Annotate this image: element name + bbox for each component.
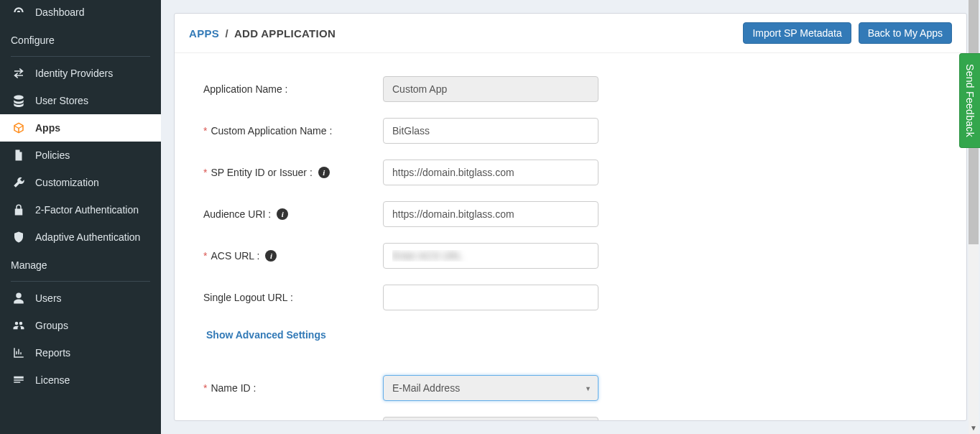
label-single-logout-url: Single Logout URL : (203, 292, 383, 303)
user-icon (11, 292, 27, 305)
chart-icon (11, 346, 27, 359)
nav-item-2fa[interactable]: 2-Factor Authentication (0, 196, 161, 223)
nav-item-apps[interactable]: Apps (0, 114, 161, 142)
import-sp-metadata-button[interactable]: Import SP Metadata (743, 22, 851, 44)
label-name-id: * Name ID : (203, 382, 383, 394)
nav-item-users[interactable]: Users (0, 285, 161, 312)
row-acs-url: * ACS URL : (203, 243, 938, 269)
breadcrumb-apps[interactable]: APPS (189, 27, 219, 40)
row-sp-entity-id: * SP Entity ID or Issuer : (203, 160, 938, 185)
sidebar-divider (11, 281, 150, 282)
breadcrumb: APPS / ADD APPLICATION (189, 27, 336, 40)
label-custom-app-name: * Custom Application Name : (203, 125, 383, 137)
swap-icon (11, 67, 27, 80)
nav-item-user-stores[interactable]: User Stores (0, 87, 161, 114)
name-id-select[interactable] (383, 375, 598, 401)
back-to-my-apps-button[interactable]: Back to My Apps (859, 22, 952, 44)
send-feedback-tab[interactable]: Send Feedback (959, 53, 980, 148)
content-wrap: APPS / ADD APPLICATION Import SP Metadat… (161, 0, 980, 434)
nav-item-label: Users (35, 292, 62, 304)
sidebar-section-configure: Configure (0, 26, 161, 55)
label-text: Application Name : (203, 83, 288, 95)
scrollbar-down-arrow[interactable]: ▼ (970, 424, 977, 431)
nav-item-label: 2-Factor Authentication (35, 204, 139, 216)
header-buttons: Import SP Metadata Back to My Apps (743, 22, 952, 44)
document-icon (11, 149, 27, 162)
label-text: Custom Application Name : (211, 125, 332, 137)
wrench-icon (11, 176, 27, 189)
nav-item-label: Customization (35, 177, 99, 188)
sidebar-section-manage: Manage (0, 251, 161, 280)
nameid-format-select[interactable] (383, 417, 598, 420)
main: APPS / ADD APPLICATION Import SP Metadat… (161, 0, 980, 434)
nav-item-policies[interactable]: Policies (0, 142, 161, 169)
nav-item-reports[interactable]: Reports (0, 339, 161, 366)
database-icon (11, 94, 27, 107)
nav-item-label: Groups (35, 320, 68, 331)
license-icon (11, 374, 27, 387)
dashboard-icon (11, 6, 27, 19)
nav-item-label: License (35, 374, 70, 386)
label-text: ACS URL : (211, 250, 259, 262)
row-single-logout-url: Single Logout URL : (203, 285, 938, 310)
single-logout-url-input[interactable] (383, 285, 598, 310)
nav-item-label: Apps (35, 122, 60, 134)
label-text: SP Entity ID or Issuer : (211, 167, 312, 178)
shield-icon (11, 231, 27, 244)
required-mark: * (203, 250, 207, 262)
row-nameid-format: NameID Format: (203, 417, 938, 420)
breadcrumb-sep: / (223, 27, 231, 40)
panel-body: Application Name : * Custom Application … (175, 53, 966, 420)
audience-uri-input[interactable] (383, 201, 598, 227)
nav-item-groups[interactable]: Groups (0, 312, 161, 339)
label-sp-entity-id: * SP Entity ID or Issuer : (203, 167, 383, 178)
nav-item-label: User Stores (35, 95, 88, 106)
nav-item-label: Adaptive Authentication (35, 231, 140, 243)
nav-item-dashboard[interactable]: Dashboard (0, 0, 161, 26)
info-icon[interactable] (265, 250, 277, 262)
row-application-name: Application Name : (203, 76, 938, 102)
row-custom-app-name: * Custom Application Name : (203, 118, 938, 144)
sidebar-divider (11, 56, 150, 57)
nav-item-identity-providers[interactable]: Identity Providers (0, 60, 161, 87)
show-advanced-settings-link[interactable]: Show Advanced Settings (206, 329, 326, 341)
sidebar: Dashboard Configure Identity Providers U… (0, 0, 161, 434)
nav-item-adaptive-auth[interactable]: Adaptive Authentication (0, 223, 161, 251)
label-text: Single Logout URL : (203, 292, 293, 303)
label-acs-url: * ACS URL : (203, 250, 383, 262)
nav-item-label: Policies (35, 149, 70, 161)
custom-app-name-input[interactable] (383, 118, 598, 144)
label-text: Name ID : (211, 382, 256, 394)
users-icon (11, 319, 27, 332)
nav-item-customization[interactable]: Customization (0, 169, 161, 196)
info-icon[interactable] (277, 208, 288, 220)
nav-item-label: Reports (35, 347, 70, 359)
acs-url-input[interactable] (383, 243, 598, 269)
nav-item-label: Dashboard (35, 6, 85, 18)
row-name-id: * Name ID : (203, 375, 938, 401)
panel: APPS / ADD APPLICATION Import SP Metadat… (174, 13, 967, 421)
lock-icon (11, 203, 27, 216)
label-text: Audience URI : (203, 208, 271, 220)
label-application-name: Application Name : (203, 83, 383, 95)
required-mark: * (203, 382, 207, 394)
nav-item-license[interactable]: License (0, 366, 161, 394)
label-audience-uri: Audience URI : (203, 208, 383, 220)
required-mark: * (203, 167, 207, 178)
required-mark: * (203, 125, 207, 137)
sp-entity-id-input[interactable] (383, 160, 598, 185)
row-audience-uri: Audience URI : (203, 201, 938, 227)
breadcrumb-current: ADD APPLICATION (234, 27, 336, 40)
panel-header: APPS / ADD APPLICATION Import SP Metadat… (175, 14, 966, 53)
nav-item-label: Identity Providers (35, 68, 113, 79)
application-name-input (383, 76, 598, 102)
info-icon[interactable] (318, 167, 330, 178)
cube-icon (11, 121, 27, 134)
